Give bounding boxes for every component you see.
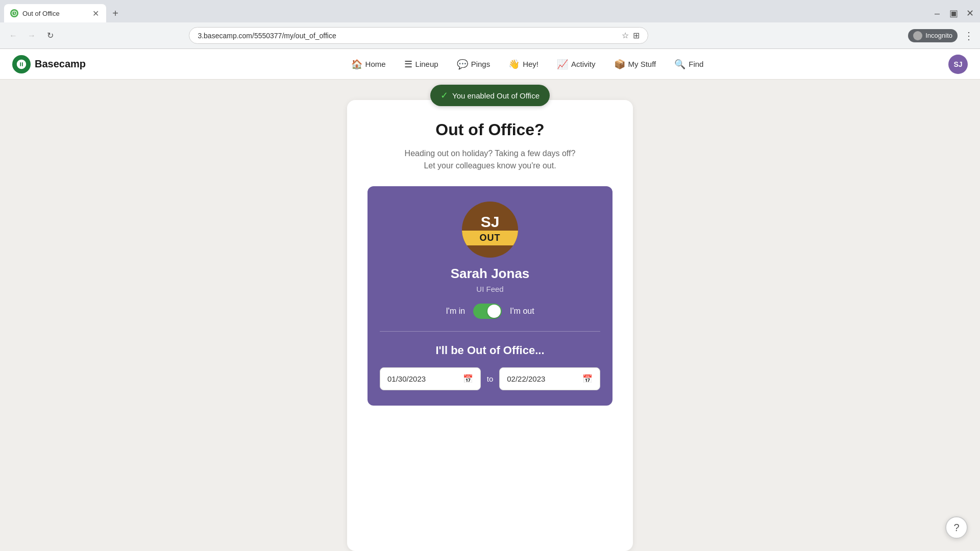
help-button[interactable]: ? bbox=[945, 516, 968, 539]
main-content: Out of Office? Heading out on holiday? T… bbox=[0, 80, 980, 551]
browser-tab-active[interactable]: Out of Office ✕ bbox=[4, 4, 106, 22]
home-icon: 🏠 bbox=[351, 59, 362, 70]
app-logo-text: Basecamp bbox=[35, 58, 86, 70]
purple-profile-section: SJ OUT Sarah Jonas UI Feed I'm in I'm ou… bbox=[368, 186, 612, 406]
toolbar-right: Incognito ⋮ bbox=[908, 29, 974, 42]
reload-button[interactable]: ↻ bbox=[43, 29, 57, 43]
nav-items: 🏠 Home ☰ Lineup 💬 Pings 👋 Hey! 📈 Activit… bbox=[106, 55, 948, 74]
date-separator: to bbox=[487, 374, 494, 383]
nav-item-my-stuff[interactable]: 📦 My Stuff bbox=[606, 55, 665, 74]
window-minimize-icon[interactable]: – bbox=[931, 7, 943, 19]
address-bar-url: 3.basecamp.com/5550377/my/out_of_office bbox=[198, 32, 618, 40]
date-to-input[interactable]: 02/22/2023 📅 bbox=[499, 367, 600, 390]
profile-org: UI Feed bbox=[476, 285, 503, 293]
toggle-out-label: I'm out bbox=[510, 307, 534, 316]
notification-text: You enabled Out of Office bbox=[452, 91, 540, 100]
nav-item-find[interactable]: 🔍 Find bbox=[666, 55, 712, 74]
toggle-knob bbox=[487, 305, 501, 318]
in-out-toggle[interactable] bbox=[473, 304, 502, 319]
subtitle-line2: Let your colleagues know you're out. bbox=[424, 161, 556, 170]
nav-item-my-stuff-label: My Stuff bbox=[628, 60, 656, 68]
nav-item-lineup[interactable]: ☰ Lineup bbox=[396, 55, 447, 74]
page-subtitle: Heading out on holiday? Taking a few day… bbox=[368, 147, 612, 172]
window-close-icon[interactable]: ✕ bbox=[964, 7, 976, 19]
notification-banner: ✓ You enabled Out of Office bbox=[430, 85, 550, 106]
browser-extension-icon[interactable]: ⊞ bbox=[633, 31, 640, 40]
window-controls: – ▣ ✕ bbox=[931, 7, 976, 19]
avatar-out-banner: OUT bbox=[462, 231, 518, 245]
date-from-input[interactable]: 01/30/2023 📅 bbox=[380, 367, 481, 390]
hey-icon: 👋 bbox=[508, 59, 520, 70]
new-tab-button[interactable]: + bbox=[108, 6, 122, 20]
page-title: Out of Office? bbox=[368, 120, 612, 139]
nav-item-hey-label: Hey! bbox=[523, 60, 538, 68]
nav-item-pings[interactable]: 💬 Pings bbox=[449, 55, 499, 74]
incognito-badge: Incognito bbox=[908, 29, 958, 42]
nav-item-home[interactable]: 🏠 Home bbox=[343, 55, 394, 74]
ooo-section-title: I'll be Out of Office... bbox=[380, 344, 600, 357]
calendar-from-icon: 📅 bbox=[463, 374, 473, 384]
app-nav: Basecamp 🏠 Home ☰ Lineup 💬 Pings 👋 Hey! … bbox=[0, 49, 980, 80]
date-row: 01/30/2023 📅 to 02/22/2023 📅 bbox=[380, 367, 600, 390]
window-restore-icon[interactable]: ▣ bbox=[947, 7, 960, 19]
incognito-icon bbox=[913, 31, 922, 40]
profile-name: Sarah Jonas bbox=[451, 266, 530, 282]
browser-toolbar: ← → ↻ 3.basecamp.com/5550377/my/out_of_o… bbox=[0, 22, 980, 49]
incognito-label: Incognito bbox=[925, 32, 952, 39]
out-of-office-card: Out of Office? Heading out on holiday? T… bbox=[347, 100, 633, 551]
nav-item-hey[interactable]: 👋 Hey! bbox=[500, 55, 547, 74]
calendar-to-icon: 📅 bbox=[582, 374, 593, 384]
profile-avatar: SJ OUT bbox=[462, 202, 518, 258]
avatar-initials: SJ bbox=[481, 214, 500, 230]
app-logo[interactable]: Basecamp bbox=[12, 55, 86, 73]
address-bar[interactable]: 3.basecamp.com/5550377/my/out_of_office … bbox=[189, 27, 648, 44]
nav-item-lineup-label: Lineup bbox=[415, 60, 438, 68]
tab-title: Out of Office bbox=[22, 10, 87, 17]
nav-item-pings-label: Pings bbox=[471, 60, 491, 68]
section-divider bbox=[380, 331, 600, 332]
nav-item-find-label: Find bbox=[689, 60, 703, 68]
date-to-value: 02/22/2023 bbox=[507, 374, 545, 383]
address-bar-icons: ☆ ⊞ bbox=[622, 31, 640, 40]
bookmark-icon[interactable]: ☆ bbox=[622, 31, 629, 40]
lineup-icon: ☰ bbox=[404, 59, 412, 70]
activity-icon: 📈 bbox=[557, 59, 568, 70]
tab-close-button[interactable]: ✕ bbox=[91, 9, 100, 18]
pings-icon: 💬 bbox=[457, 59, 468, 70]
find-icon: 🔍 bbox=[674, 59, 685, 70]
ooo-section: I'll be Out of Office... 01/30/2023 📅 to… bbox=[380, 344, 600, 390]
toggle-row: I'm in I'm out bbox=[446, 304, 534, 319]
check-icon: ✓ bbox=[440, 90, 448, 101]
back-button[interactable]: ← bbox=[6, 29, 20, 43]
basecamp-logo-icon bbox=[12, 55, 31, 73]
browser-menu-button[interactable]: ⋮ bbox=[964, 30, 974, 42]
browser-tab-bar: Out of Office ✕ + – ▣ ✕ bbox=[0, 0, 980, 22]
nav-item-home-label: Home bbox=[365, 60, 386, 68]
date-from-value: 01/30/2023 bbox=[387, 374, 426, 383]
tab-favicon bbox=[10, 9, 18, 17]
subtitle-line1: Heading out on holiday? Taking a few day… bbox=[405, 149, 576, 158]
nav-item-activity[interactable]: 📈 Activity bbox=[549, 55, 604, 74]
user-avatar[interactable]: SJ bbox=[948, 55, 968, 74]
toggle-in-label: I'm in bbox=[446, 307, 465, 316]
nav-item-activity-label: Activity bbox=[571, 60, 596, 68]
avatar-container: SJ OUT bbox=[462, 202, 518, 258]
forward-button[interactable]: → bbox=[24, 29, 39, 43]
my-stuff-icon: 📦 bbox=[614, 59, 625, 70]
